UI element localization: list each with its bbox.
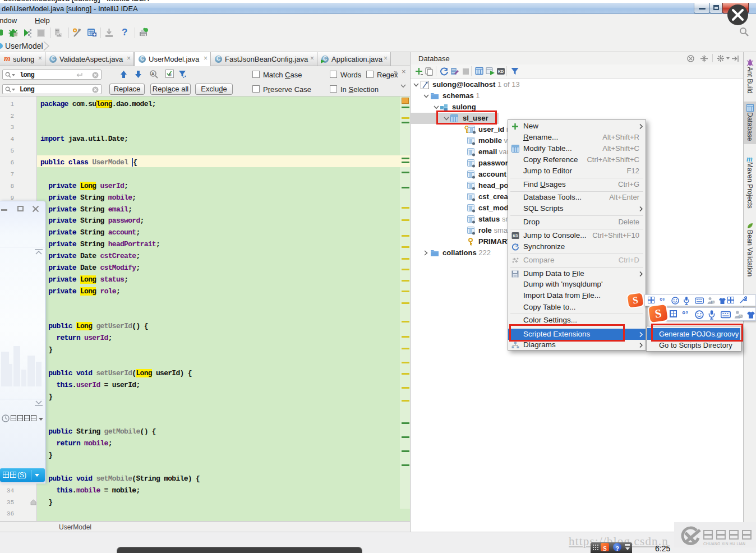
svg-text:KD: KD bbox=[498, 70, 504, 73]
svg-text:IN: IN bbox=[739, 315, 742, 318]
svg-text:IN: IN bbox=[712, 301, 714, 303]
svg-text:KD: KD bbox=[513, 234, 519, 238]
svg-text:A: A bbox=[151, 72, 154, 76]
